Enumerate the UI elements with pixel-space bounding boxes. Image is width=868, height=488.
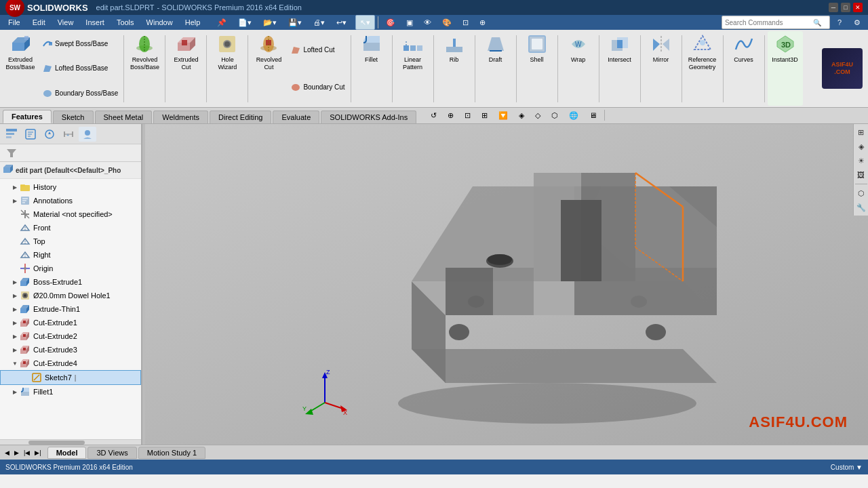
tab-first-btn[interactable]: |◀ xyxy=(22,449,32,457)
tree-item-cut-extrude3[interactable]: ▶ Cut-Extrude3 xyxy=(0,343,141,357)
perspective-btn[interactable]: ⬡ xyxy=(547,108,563,122)
shaded-btn[interactable]: ◈ xyxy=(514,108,529,122)
history-expander[interactable]: ▶ xyxy=(11,183,19,191)
wrap-button[interactable]: W Wrap xyxy=(561,31,596,106)
close-button[interactable]: ✕ xyxy=(853,3,863,12)
cut-extrude2-expander[interactable]: ▶ xyxy=(11,332,19,340)
scroll-thumb[interactable] xyxy=(28,441,85,445)
property-manager-btn[interactable] xyxy=(22,127,39,142)
tree-item-annotations[interactable]: ▶ Annotations xyxy=(0,194,141,207)
dowel-hole-expander[interactable]: ▶ xyxy=(11,291,19,300)
status-custom[interactable]: Custom ▼ xyxy=(831,464,863,471)
tree-item-boss-extrude1[interactable]: ▶ Boss-Extrude1 xyxy=(0,275,141,289)
view-appearances-btn[interactable]: ◈ xyxy=(854,140,868,153)
tree-item-top[interactable]: ▶ Top xyxy=(0,235,141,248)
config-manager-btn[interactable] xyxy=(41,127,58,142)
section-view-btn[interactable]: ⊡ xyxy=(458,15,473,30)
shell-button[interactable]: Shell xyxy=(519,31,555,106)
menu-window[interactable]: Window xyxy=(141,17,178,28)
display-filter-btn[interactable]: 🔽 xyxy=(494,108,513,122)
sketch-snap-btn[interactable]: ⊞ xyxy=(477,108,492,122)
save-button[interactable]: 💾▾ xyxy=(283,15,307,30)
view-orient-btn[interactable]: 🎯 xyxy=(381,15,400,30)
monitor-btn[interactable]: 🖥 xyxy=(585,108,601,122)
tree-item-extrude-thin1[interactable]: ▶ Extrude-Thin1 xyxy=(0,302,141,316)
tree-item-fillet1[interactable]: ▶ Fillet1 xyxy=(0,385,141,399)
select-button[interactable]: ↖▾ xyxy=(355,15,375,30)
tab-sheet-metal[interactable]: Sheet Metal xyxy=(95,110,153,123)
feature-manager-btn[interactable] xyxy=(3,127,20,142)
cut-extrude3-expander[interactable]: ▶ xyxy=(11,346,19,354)
extruded-cut-button[interactable]: ExtrudedCut xyxy=(168,31,203,106)
reference-geometry-button[interactable]: ReferenceGeometry xyxy=(685,31,720,106)
revolved-cut-button[interactable]: RevolvedCut xyxy=(251,31,286,73)
maximize-button[interactable]: □ xyxy=(841,3,850,12)
tree-item-cut-extrude2[interactable]: ▶ Cut-Extrude2 xyxy=(0,329,141,343)
search-box[interactable]: 🔍 xyxy=(722,16,830,29)
wireframe-btn[interactable]: ◇ xyxy=(530,108,545,122)
tree-item-history[interactable]: ▶ History xyxy=(0,180,141,194)
rotate-view-btn[interactable]: ↺ xyxy=(426,108,441,122)
options-button[interactable]: ⚙ xyxy=(849,15,865,30)
draft-button[interactable]: Draft xyxy=(478,31,513,106)
print-button[interactable]: 🖨▾ xyxy=(309,15,330,30)
filter-icon[interactable] xyxy=(3,146,20,161)
view-customize-btn[interactable]: 🔧 xyxy=(854,201,868,214)
pin-button[interactable]: 📌 xyxy=(212,15,231,30)
menu-tools[interactable]: Tools xyxy=(111,17,140,28)
hole-wizard-button[interactable]: HoleWizard xyxy=(210,31,245,106)
help-button[interactable]: ? xyxy=(833,15,846,30)
bottom-tab-model[interactable]: Model xyxy=(47,447,87,459)
view-scene-btn[interactable]: ☀ xyxy=(854,154,868,167)
scene-btn[interactable]: 🌐 xyxy=(564,108,583,122)
tree-item-cut-extrude1[interactable]: ▶ Cut-Extrude1 xyxy=(0,316,141,329)
panel-scrollbar[interactable] xyxy=(0,439,141,445)
tab-evaluate[interactable]: Evaluate xyxy=(273,110,319,123)
menu-view[interactable]: View xyxy=(52,17,79,28)
display-manager-btn[interactable] xyxy=(79,127,96,142)
hide-show-btn[interactable]: 👁 xyxy=(419,15,436,30)
tab-next-btn[interactable]: ▶ xyxy=(12,449,21,457)
menu-file[interactable]: File xyxy=(3,17,26,28)
tab-prev-btn[interactable]: ◀ xyxy=(3,449,12,457)
view-solidworks-btn[interactable]: ⬡ xyxy=(854,186,868,200)
boundary-boss-button[interactable]: Boundary Boss/Base xyxy=(39,87,121,100)
tab-addins[interactable]: SOLIDWORKS Add-Ins xyxy=(321,110,416,123)
open-button[interactable]: 📂▾ xyxy=(258,15,281,30)
cut-extrude1-expander[interactable]: ▶ xyxy=(11,319,19,327)
bottom-tab-3dviews[interactable]: 3D Views xyxy=(87,447,136,459)
edit-appear-btn[interactable]: 🎨 xyxy=(437,15,456,30)
linear-pattern-button[interactable]: LinearPattern xyxy=(395,31,431,106)
bottom-tab-motion[interactable]: Motion Study 1 xyxy=(138,447,205,459)
tab-weldments[interactable]: Weldments xyxy=(153,110,208,123)
curves-button[interactable]: Curves xyxy=(726,31,762,106)
instant3d-button[interactable]: 3D Instant3D xyxy=(768,31,803,106)
view-focus-btn[interactable]: ⊕ xyxy=(475,15,490,30)
extrude-thin1-expander[interactable]: ▶ xyxy=(11,305,19,313)
tree-item-material[interactable]: ▶ Material <not specified> xyxy=(0,207,141,221)
tab-sketch[interactable]: Sketch xyxy=(53,110,94,123)
tab-features[interactable]: Features xyxy=(3,110,52,123)
boundary-cut-button[interactable]: Boundary Cut xyxy=(288,81,347,94)
view-palette-btn[interactable]: ⊞ xyxy=(854,125,868,139)
annotations-expander[interactable]: ▶ xyxy=(11,197,19,205)
cut-extrude4-expander[interactable]: ▼ xyxy=(11,359,19,367)
revolved-boss-button[interactable]: RevolvedBoss/Base xyxy=(127,31,162,106)
new-file-button[interactable]: 📄▾ xyxy=(233,15,256,30)
mirror-button[interactable]: Mirror xyxy=(644,31,679,106)
fillet-button[interactable]: Fillet xyxy=(354,31,389,106)
menu-insert[interactable]: Insert xyxy=(80,17,110,28)
tab-last-btn[interactable]: ▶| xyxy=(33,449,43,457)
search-input[interactable] xyxy=(725,19,813,26)
boss-extrude1-expander[interactable]: ▶ xyxy=(11,278,19,286)
zoom-fit-btn[interactable]: ⊡ xyxy=(460,108,475,122)
lofted-boss-button[interactable]: Lofted Boss/Base xyxy=(39,62,121,75)
tree-item-dowel-hole[interactable]: ▶ Ø20.0mm Dowel Hole1 xyxy=(0,289,141,302)
view-decals-btn[interactable]: 🖼 xyxy=(854,168,868,182)
dim-xpert-btn[interactable]: + xyxy=(60,127,77,142)
minimize-button[interactable]: ─ xyxy=(829,3,838,12)
lofted-cut-button[interactable]: Lofted Cut xyxy=(288,43,347,57)
tree-item-origin[interactable]: ▶ Origin xyxy=(0,262,141,275)
extruded-boss-base-button[interactable]: ExtrudedBoss/Base xyxy=(3,31,38,73)
tree-item-cut-extrude4[interactable]: ▼ Cut-Extrude4 xyxy=(0,357,141,370)
